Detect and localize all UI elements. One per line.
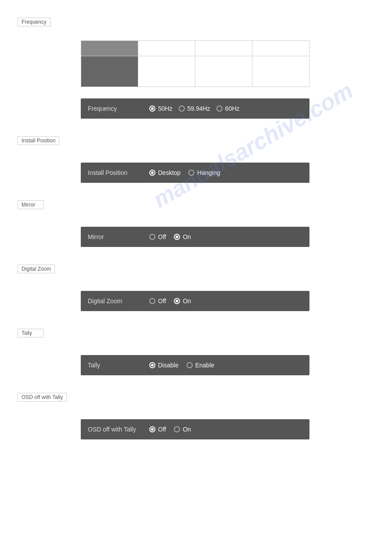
osd-tally-section: OSD off with Tally OSD off with Tally Of… [0, 393, 392, 439]
osd-tally-on-option[interactable]: On [174, 426, 191, 433]
mirror-off-label: Off [158, 233, 166, 240]
table-cell-bottom-3 [195, 56, 252, 87]
install-position-label-box: Install Position [18, 136, 59, 145]
mirror-off-radio[interactable] [149, 234, 155, 240]
osd-tally-off-radio[interactable] [149, 426, 155, 432]
frequency-ctrl-label: Frequency [88, 105, 149, 112]
install-desktop-label: Desktop [158, 169, 180, 176]
tally-control-bar: Tally Disable Enable [81, 355, 309, 375]
mirror-label-box: Mirror [18, 200, 44, 209]
frequency-60hz-option[interactable]: 60Hz [216, 105, 240, 112]
frequency-50hz-option[interactable]: 50Hz [149, 105, 173, 112]
tally-enable-radio[interactable] [187, 362, 193, 368]
osd-tally-on-radio[interactable] [174, 426, 180, 432]
osd-tally-control-bar: OSD off with Tally Off On [81, 419, 309, 439]
install-position-ctrl-label: Install Position [88, 169, 149, 176]
mirror-options: Off On [149, 233, 191, 240]
frequency-table [81, 40, 309, 87]
digital-zoom-section: Digital Zoom Digital Zoom Off On [0, 265, 392, 311]
digital-zoom-control-bar: Digital Zoom Off On [81, 291, 309, 311]
osd-tally-options: Off On [149, 426, 191, 433]
install-position-control-bar: Install Position Desktop Hanging [81, 163, 309, 183]
mirror-off-option[interactable]: Off [149, 233, 166, 240]
install-desktop-radio[interactable] [149, 170, 155, 176]
frequency-section: Frequency Fr [0, 18, 392, 119]
table-cell-bottom-left [81, 56, 138, 87]
tally-enable-label: Enable [195, 362, 215, 369]
table-cell-top-3 [195, 41, 252, 56]
osd-tally-on-label: On [183, 426, 191, 433]
frequency-control-bar: Frequency 50Hz 59.94Hz 60Hz [81, 98, 309, 119]
digital-zoom-on-radio[interactable] [174, 298, 180, 304]
digital-zoom-ctrl-label: Digital Zoom [88, 297, 149, 305]
install-position-options: Desktop Hanging [149, 169, 220, 176]
frequency-label-box: Frequency [18, 18, 50, 26]
osd-tally-off-option[interactable]: Off [149, 426, 166, 433]
tally-label-box: Tally [18, 329, 44, 337]
mirror-on-option[interactable]: On [174, 233, 191, 240]
tally-enable-option[interactable]: Enable [187, 362, 215, 369]
mirror-ctrl-label: Mirror [88, 233, 149, 240]
tally-section: Tally Tally Disable Enable [0, 329, 392, 375]
table-cell-top-left [81, 41, 138, 56]
osd-tally-off-label: Off [158, 426, 166, 433]
table-cell-top-4 [252, 41, 309, 56]
osd-tally-ctrl-label: OSD off with Tally [88, 426, 149, 433]
osd-tally-label-box: OSD off with Tally [18, 393, 67, 402]
tally-ctrl-label: Tally [88, 362, 149, 369]
tally-disable-label: Disable [158, 362, 179, 369]
frequency-50hz-radio[interactable] [149, 105, 155, 112]
frequency-60hz-label: 60Hz [225, 105, 240, 112]
mirror-section: Mirror Mirror Off On [0, 200, 392, 247]
frequency-table-container [81, 40, 392, 87]
install-hanging-option[interactable]: Hanging [188, 169, 220, 176]
digital-zoom-off-label: Off [158, 297, 166, 305]
digital-zoom-options: Off On [149, 297, 191, 305]
frequency-50hz-label: 50Hz [158, 105, 173, 112]
table-cell-bottom-4 [252, 56, 309, 87]
install-desktop-option[interactable]: Desktop [149, 169, 180, 176]
frequency-60hz-radio[interactable] [216, 105, 223, 112]
mirror-on-radio[interactable] [174, 234, 180, 240]
tally-disable-radio[interactable] [149, 362, 155, 368]
digital-zoom-on-label: On [183, 297, 191, 305]
digital-zoom-label-box: Digital Zoom [18, 265, 55, 273]
digital-zoom-on-option[interactable]: On [174, 297, 191, 305]
frequency-5994hz-radio[interactable] [179, 105, 185, 112]
install-hanging-label: Hanging [197, 169, 220, 176]
frequency-5994hz-option[interactable]: 59.94Hz [179, 105, 210, 112]
tally-disable-option[interactable]: Disable [149, 362, 179, 369]
table-cell-top-2 [138, 41, 195, 56]
digital-zoom-off-option[interactable]: Off [149, 297, 166, 305]
frequency-options: 50Hz 59.94Hz 60Hz [149, 105, 240, 112]
install-hanging-radio[interactable] [188, 170, 194, 176]
install-position-section: Install Position Install Position Deskto… [0, 136, 392, 183]
digital-zoom-off-radio[interactable] [149, 298, 155, 304]
frequency-5994hz-label: 59.94Hz [187, 105, 210, 112]
mirror-on-label: On [183, 233, 191, 240]
tally-options: Disable Enable [149, 362, 214, 369]
table-cell-bottom-2 [138, 56, 195, 87]
mirror-control-bar: Mirror Off On [81, 227, 309, 247]
